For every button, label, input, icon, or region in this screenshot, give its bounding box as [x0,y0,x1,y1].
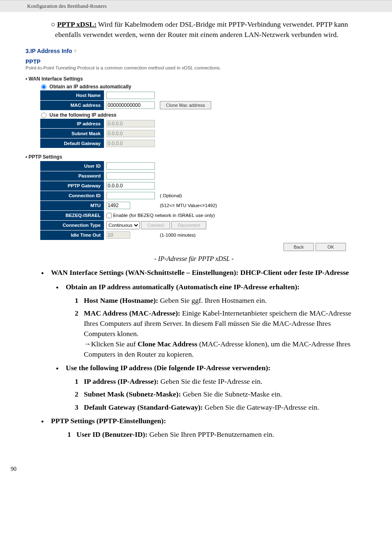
radio-obtain-auto-label: Obtain an IP address automatically [49,84,131,90]
idle-timeout-hint: (1-1000 minutes) [157,230,219,240]
bezeq-label: BEZEQ-ISRAEL [40,210,104,220]
intro-paragraph: ○ PPTP xDSL: Wird für Kabelmodem oder DS… [55,19,362,40]
fixed-num-3: 3 [75,402,78,413]
disconnect-button: Disconnect [171,221,206,229]
obtain-bold-1: Host Name (Hostname): [84,296,158,304]
mtu-hint: (512<= MTU Value<=1492) [157,201,219,210]
pptp-num-1: 1 [67,429,71,440]
pptp-rest-1: Geben Sie Ihren PPTP-Benutzernamen ein. [148,430,274,438]
obtain-doc-heading: Obtain an IP address automatically (Auto… [66,283,300,291]
idle-timeout-label: Idle Time Out [40,230,104,240]
fixed-num-2: 2 [75,389,78,399]
wan-doc-heading: WAN Interface Settings (WAN-Schnittstell… [51,268,349,277]
help-icon[interactable]: ? [74,49,76,54]
bezeq-hint: Enable (for BEZEQ network in ISRAEL use … [113,213,215,218]
pptp-doc-heading: PPTP Settings (PPTP-Einstellungen): [51,417,166,425]
pptp-subheading: PPTP [25,58,362,65]
connection-id-hint: ( Optional) [157,191,219,201]
user-id-label: User ID [40,161,104,171]
radio-use-fixed-label: Use the following IP address [49,112,116,118]
password-input[interactable] [106,172,155,180]
pptp-settings-heading: PPTP Settings [31,154,362,160]
auto-ip-table: Host Name MAC address Clone Mac address [40,90,214,111]
doc-list: WAN Interface Settings (WAN-Schnittstell… [25,267,362,440]
fixed-rest-1: Geben Sie die feste IP-Adresse ein. [159,377,262,385]
user-id-input[interactable] [106,162,155,170]
obtain-num-2: 2 [75,308,78,318]
page-number: 90 [11,466,392,473]
pptp-bold-1: User ID (Benutzer-ID): [76,430,148,438]
idle-timeout-input [106,231,130,239]
host-name-label: Host Name [40,90,104,100]
obtain-num-1: 1 [75,295,78,306]
obtain-rest-1: Geben Sie ggf. Ihren Hostnamen ein. [158,296,267,304]
fixed-bold-3: Default Gateway (Standard-Gateway): [84,403,203,411]
fixed-rest-3: Geben Sie die Gateway-IP-Adresse ein. [203,403,319,411]
page-header: Konfiguration des Breitband-Routers [0,0,392,12]
section-title: 3.IP Address Info ? [25,48,362,54]
fixed-ip-table: IP address Subnet Mask Default Gateway [40,119,157,149]
fixed-num-1: 1 [75,376,78,387]
clone-mac-button[interactable]: Clone Mac address [160,101,211,109]
connection-type-select[interactable]: Continuous [106,221,140,229]
ok-button[interactable]: OK [316,243,346,251]
pptp-gateway-label: PPTP Gateway [40,181,104,191]
intro-label: PPTP xDSL: [57,20,97,28]
arrow-icon: → [84,340,91,348]
mac-hint-bold: Clone Mac Address [138,340,198,348]
pptp-table: User ID Password PPTP Gateway Connection… [40,161,219,240]
default-gateway-label: Default Gateway [40,138,104,148]
mtu-label: MTU [40,201,104,210]
bezeq-checkbox[interactable] [106,213,112,218]
router-screenshot: 3.IP Address Info ? PPTP Point-to-Point … [25,48,362,254]
radio-use-fixed[interactable] [41,113,46,118]
connection-id-input[interactable] [106,192,155,199]
connect-button: Connect [141,221,170,229]
radio-obtain-auto[interactable] [41,84,46,90]
fixed-rest-2: Geben Sie die Subnetz-Maske ein. [181,390,282,398]
mac-address-label: MAC address [40,100,104,110]
intro-bullet: ○ [51,20,55,28]
subnet-mask-label: Subnet Mask [40,129,104,138]
host-name-input[interactable] [106,92,155,99]
fixed-doc-heading: Use the following IP address (Die folgen… [66,364,270,372]
figure-caption: - IP-Adresse für PPTP xDSL - [25,255,362,263]
connection-id-label: Connection ID [40,191,104,201]
ip-address-input [106,120,155,127]
ip-address-label: IP address [40,119,104,129]
pptp-note: Point-to-Point Tunneling Protocol is a c… [25,65,362,70]
default-gateway-input [106,140,155,147]
pptp-gateway-input[interactable] [106,182,155,189]
intro-text: Wird für Kabelmodem oder DSL-Bridge mit … [55,20,348,39]
mtu-input[interactable] [106,202,130,209]
obtain-bold-2: MAC Address (MAC-Adresse): [84,309,180,317]
mac-address-input[interactable] [106,101,155,109]
back-button[interactable]: Back [284,243,314,251]
fixed-bold-2: Subnet Mask (Subnetz-Maske): [84,390,181,398]
subnet-mask-input [106,130,155,137]
connection-type-label: Connection Type [40,220,104,230]
wan-settings-heading: WAN Interface Settings [31,76,362,82]
fixed-bold-1: IP address (IP-Adresse): [84,377,159,385]
mac-hint-pre: Klicken Sie auf [91,340,138,348]
password-label: Password [40,171,104,181]
